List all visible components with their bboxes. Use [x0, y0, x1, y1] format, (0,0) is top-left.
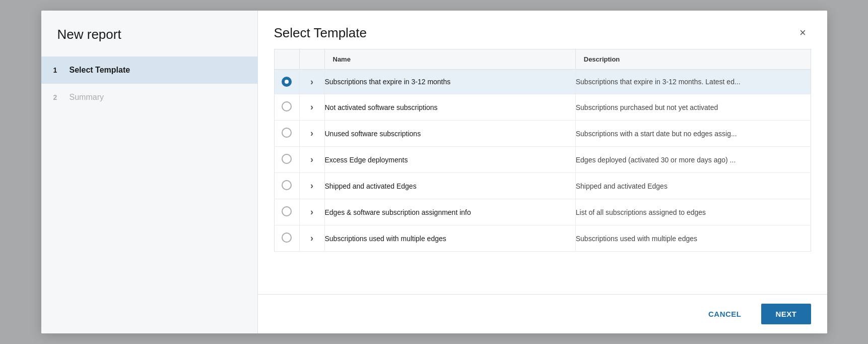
col-description: Description — [575, 49, 811, 70]
table-row[interactable]: ›Subscriptions that expire in 3-12 month… — [274, 70, 811, 94]
template-description-3: Subscriptions with a start date but no e… — [575, 121, 811, 147]
table-wrapper: Name Description ›Subscriptions that exp… — [258, 49, 827, 294]
expand-icon-3[interactable]: › — [307, 129, 317, 139]
template-name-2: Not activated software subscriptions — [324, 94, 575, 121]
expand-icon-7[interactable]: › — [307, 234, 317, 244]
template-description-1: Subscriptions that expire in 3-12 months… — [575, 70, 811, 94]
radio-button-3[interactable] — [282, 128, 292, 138]
template-name-5: Shipped and activated Edges — [324, 173, 575, 199]
table-row[interactable]: ›Shipped and activated EdgesShipped and … — [274, 173, 811, 199]
template-name-1: Subscriptions that expire in 3-12 months — [324, 70, 575, 94]
template-description-4: Edges deployed (activated 30 or more day… — [575, 147, 811, 173]
modal-backdrop: New report 1 Select Template 2 Summary S… — [0, 0, 868, 344]
template-name-6: Edges & software subscription assignment… — [324, 199, 575, 225]
table-row[interactable]: ›Excess Edge deploymentsEdges deployed (… — [274, 147, 811, 173]
table-row[interactable]: ›Edges & software subscription assignmen… — [274, 199, 811, 225]
cancel-button[interactable]: CANCEL — [696, 304, 754, 324]
step-number-1: 1 — [53, 66, 62, 74]
template-description-5: Shipped and activated Edges — [575, 173, 811, 199]
template-description-7: Subscriptions used with multiple edges — [575, 225, 811, 252]
footer: CANCEL NEXT — [258, 294, 827, 333]
sidebar-title: New report — [41, 11, 257, 56]
expand-icon-5[interactable]: › — [307, 181, 317, 191]
table-header-row: Name Description — [274, 49, 811, 70]
template-name-7: Subscriptions used with multiple edges — [324, 225, 575, 252]
close-button[interactable]: × — [795, 25, 811, 41]
content-title: Select Template — [274, 25, 367, 41]
col-expand — [299, 49, 324, 70]
radio-button-5[interactable] — [282, 180, 292, 190]
modal: New report 1 Select Template 2 Summary S… — [41, 11, 827, 333]
table-row[interactable]: ›Not activated software subscriptionsSub… — [274, 94, 811, 121]
content-header: Select Template × — [258, 11, 827, 49]
template-description-6: List of all subscriptions assigned to ed… — [575, 199, 811, 225]
template-name-4: Excess Edge deployments — [324, 147, 575, 173]
template-table: Name Description ›Subscriptions that exp… — [274, 49, 811, 252]
sidebar-step-1[interactable]: 1 Select Template — [41, 56, 257, 84]
expand-icon-2[interactable]: › — [307, 102, 317, 112]
expand-icon-6[interactable]: › — [307, 207, 317, 217]
content-area: Select Template × Name Description — [258, 11, 827, 333]
step-label-1: Select Template — [70, 66, 130, 75]
table-row[interactable]: ›Subscriptions used with multiple edgesS… — [274, 225, 811, 252]
col-name: Name — [324, 49, 575, 70]
radio-button-1[interactable] — [282, 77, 292, 87]
radio-button-2[interactable] — [282, 101, 292, 111]
radio-button-6[interactable] — [282, 206, 292, 216]
template-name-3: Unused software subscriptions — [324, 121, 575, 147]
radio-button-7[interactable] — [282, 233, 292, 243]
next-button[interactable]: NEXT — [761, 304, 811, 324]
step-label-2: Summary — [70, 93, 104, 102]
sidebar: New report 1 Select Template 2 Summary — [41, 11, 258, 333]
col-radio — [274, 49, 299, 70]
expand-icon-4[interactable]: › — [307, 155, 317, 165]
expand-icon-1[interactable]: › — [307, 77, 317, 87]
table-row[interactable]: ›Unused software subscriptionsSubscripti… — [274, 121, 811, 147]
step-number-2: 2 — [53, 93, 62, 101]
template-description-2: Subscriptions purchased but not yet acti… — [575, 94, 811, 121]
radio-button-4[interactable] — [282, 154, 292, 164]
sidebar-step-2[interactable]: 2 Summary — [41, 84, 257, 111]
